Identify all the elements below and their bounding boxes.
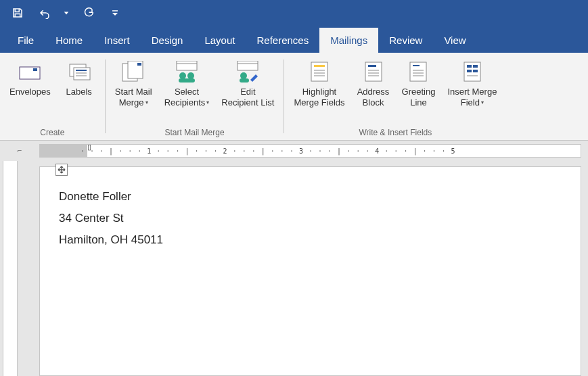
svg-point-13 [187, 72, 194, 79]
edit-recipient-list-button[interactable]: EditRecipient List [217, 57, 278, 126]
undo-dropdown[interactable] [62, 3, 70, 22]
svg-rect-15 [238, 61, 258, 70]
move-icon [58, 166, 66, 174]
vertical-ruler[interactable] [3, 161, 18, 376]
tab-review[interactable]: Review [378, 28, 433, 53]
tab-home[interactable]: Home [45, 28, 93, 53]
tab-insert[interactable]: Insert [93, 28, 141, 53]
quick-access-toolbar [0, 0, 588, 26]
recipients-icon [175, 61, 199, 83]
address-block-button[interactable]: AddressBlock [353, 57, 394, 126]
highlight-doc-icon [309, 61, 330, 83]
envelope-icon [18, 62, 41, 81]
svg-point-12 [179, 72, 186, 79]
document-page[interactable]: Donette Foller 34 Center St Hamilton, OH… [39, 166, 581, 376]
svg-rect-25 [368, 65, 376, 67]
doc-line-street: 34 Center St [59, 212, 562, 225]
svg-rect-38 [473, 70, 478, 72]
labels-button[interactable]: Labels [59, 57, 99, 126]
group-create: Envelopes Labels Create [0, 53, 105, 140]
table-move-handle[interactable] [55, 164, 68, 176]
save-button[interactable] [8, 3, 27, 22]
ribbon-tabs: File Home Insert Design Layout Reference… [0, 26, 588, 53]
group-start-mail-merge: Start MailMerge▾ SelectRecipients▾ EditR… [106, 53, 284, 140]
svg-rect-18 [240, 78, 249, 83]
envelopes-button[interactable]: Envelopes [5, 57, 55, 126]
tab-selector[interactable]: ⌐ [0, 141, 39, 161]
ribbon-mailings: Envelopes Labels Create Start MailMerge▾… [0, 53, 588, 141]
ruler-area: ⌐ ▯ · · · | · · · 1 · · · | · · · 2 · · … [0, 141, 588, 161]
chevron-down-icon: ▾ [206, 99, 209, 106]
tab-layout[interactable]: Layout [194, 28, 246, 53]
chevron-down-icon [64, 10, 69, 16]
svg-rect-36 [473, 65, 478, 68]
chevron-down-icon: ▾ [481, 99, 484, 106]
svg-rect-35 [467, 65, 472, 68]
customize-qat-button[interactable] [106, 3, 125, 22]
group-label-write-insert: Write & Insert Fields [290, 126, 501, 139]
ruler-ticks: · · · | · · · 1 · · · | · · · 2 · · · | … [40, 145, 581, 157]
svg-rect-14 [179, 78, 195, 83]
save-icon [12, 7, 24, 19]
start-mail-merge-button[interactable]: Start MailMerge▾ [111, 57, 156, 126]
documents-icon [121, 61, 145, 83]
undo-button[interactable] [35, 3, 54, 22]
svg-rect-10 [177, 61, 197, 70]
address-block-icon [363, 61, 384, 83]
svg-rect-20 [314, 65, 325, 67]
doc-line-name: Donette Foller [59, 190, 562, 204]
group-label-create: Create [5, 126, 99, 139]
tab-mailings[interactable]: Mailings [319, 28, 378, 53]
svg-rect-3 [74, 68, 90, 80]
doc-line-city: Hamilton, OH 45011 [59, 233, 562, 247]
svg-rect-1 [33, 68, 37, 71]
tab-view[interactable]: View [433, 28, 476, 53]
svg-point-17 [240, 72, 247, 79]
merge-field-icon [462, 61, 482, 83]
greeting-line-button[interactable]: GreetingLine [398, 57, 440, 126]
redo-button[interactable] [78, 3, 97, 22]
horizontal-ruler[interactable]: ▯ · · · | · · · 1 · · · | · · · 2 · · · … [39, 144, 581, 158]
document-region: Donette Foller 34 Center St Hamilton, OH… [0, 161, 588, 376]
svg-rect-34 [464, 62, 480, 81]
greeting-line-icon [408, 61, 428, 83]
group-label-start-mail-merge: Start Mail Merge [111, 126, 279, 139]
svg-rect-37 [467, 70, 472, 72]
customize-icon [111, 9, 119, 17]
select-recipients-button[interactable]: SelectRecipients▾ [160, 57, 214, 126]
tab-references[interactable]: References [246, 28, 319, 53]
tab-design[interactable]: Design [141, 28, 194, 53]
undo-icon [39, 7, 51, 19]
tab-file[interactable]: File [7, 28, 45, 53]
group-write-insert-fields: HighlightMerge Fields AddressBlock Greet… [284, 53, 506, 140]
chevron-down-icon: ▾ [145, 99, 148, 106]
labels-icon [68, 62, 91, 81]
insert-merge-field-button[interactable]: Insert MergeField▾ [443, 57, 501, 126]
svg-rect-9 [137, 63, 141, 66]
highlight-merge-fields-button[interactable]: HighlightMerge Fields [290, 57, 348, 126]
redo-icon [82, 7, 94, 19]
edit-recipients-icon [235, 61, 260, 83]
